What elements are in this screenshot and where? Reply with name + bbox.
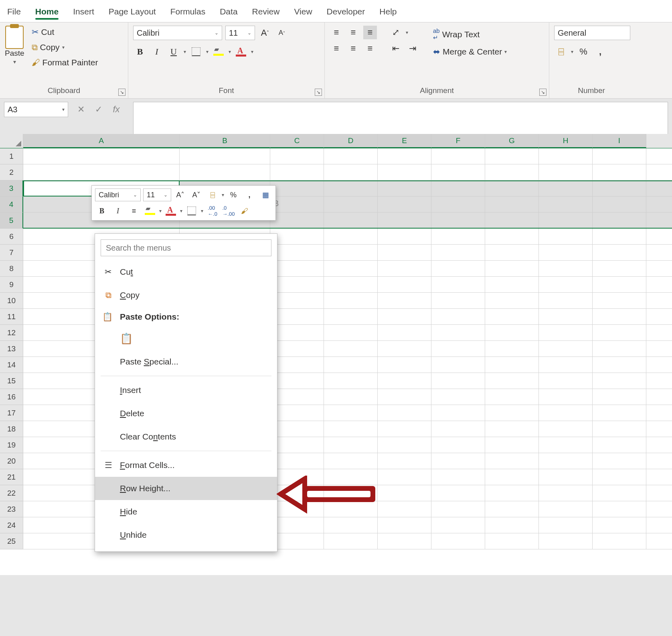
ctx-clear-contents[interactable]: Clear Contents bbox=[95, 425, 277, 448]
row-header-10[interactable]: 10 bbox=[0, 293, 23, 309]
italic-button[interactable]: I bbox=[150, 45, 164, 59]
cell-H14[interactable] bbox=[539, 357, 593, 373]
percent-format-button[interactable]: % bbox=[577, 45, 590, 59]
cell-C7[interactable] bbox=[270, 245, 324, 260]
cell-G24[interactable] bbox=[485, 517, 539, 533]
mini-align[interactable]: ≡ bbox=[127, 204, 141, 218]
ctx-cut[interactable]: ✂ Cut bbox=[95, 260, 277, 284]
chevron-down-icon[interactable]: ▾ bbox=[229, 49, 231, 55]
underline-button[interactable]: U bbox=[167, 45, 180, 59]
accounting-format-button[interactable]: ⌸ bbox=[554, 45, 568, 59]
cell-E24[interactable] bbox=[378, 517, 431, 533]
cell-D3[interactable] bbox=[324, 180, 378, 196]
cell-F24[interactable] bbox=[431, 517, 485, 533]
cell-F3[interactable] bbox=[431, 180, 485, 196]
cell-D21[interactable] bbox=[324, 469, 378, 485]
cell-F20[interactable] bbox=[431, 453, 485, 469]
align-bottom-button[interactable]: ≡ bbox=[363, 26, 377, 39]
mini-fill-color[interactable] bbox=[143, 204, 157, 218]
cell-E16[interactable] bbox=[378, 389, 431, 405]
col-header-H[interactable]: H bbox=[539, 134, 593, 148]
cell-D22[interactable] bbox=[324, 485, 378, 501]
cell-I3[interactable] bbox=[593, 180, 646, 196]
cell-E23[interactable] bbox=[378, 501, 431, 517]
cell-H12[interactable] bbox=[539, 325, 593, 340]
cell-E17[interactable] bbox=[378, 405, 431, 421]
ctx-paste-special[interactable]: Paste Special... bbox=[95, 350, 277, 373]
mini-decrease-decimal[interactable]: .00←.0 bbox=[206, 204, 219, 218]
cell-H22[interactable] bbox=[539, 485, 593, 501]
cell-G11[interactable] bbox=[485, 309, 539, 324]
cell-I15[interactable] bbox=[593, 373, 646, 389]
col-header-C[interactable]: C bbox=[270, 134, 324, 148]
cell-I25[interactable] bbox=[593, 533, 646, 549]
menu-search[interactable]: Search the menus bbox=[101, 239, 271, 256]
cell-F4[interactable] bbox=[431, 196, 485, 212]
cell-C3[interactable] bbox=[270, 180, 324, 196]
cell-G1[interactable] bbox=[485, 148, 539, 164]
font-color-button[interactable] bbox=[234, 45, 248, 59]
row-header-12[interactable]: 12 bbox=[0, 325, 23, 341]
cell-G13[interactable] bbox=[485, 341, 539, 356]
cell-C18[interactable] bbox=[270, 421, 324, 437]
cell-D16[interactable] bbox=[324, 389, 378, 405]
cell-H4[interactable] bbox=[539, 196, 593, 212]
ctx-insert[interactable]: Insert bbox=[95, 379, 277, 402]
cell-G14[interactable] bbox=[485, 357, 539, 373]
cell-C19[interactable] bbox=[270, 437, 324, 453]
cell-C20[interactable] bbox=[270, 453, 324, 469]
increase-indent-button[interactable]: ⇥ bbox=[406, 42, 419, 55]
row-header-8[interactable]: 8 bbox=[0, 261, 23, 277]
cell-G23[interactable] bbox=[485, 501, 539, 517]
cell-F14[interactable] bbox=[431, 357, 485, 373]
cell-E14[interactable] bbox=[378, 357, 431, 373]
cell-H18[interactable] bbox=[539, 421, 593, 437]
tab-review[interactable]: Review bbox=[252, 3, 280, 22]
cell-H3[interactable] bbox=[539, 180, 593, 196]
cell-D10[interactable] bbox=[324, 293, 378, 308]
row-header-22[interactable]: 22 bbox=[0, 485, 23, 501]
cell-G4[interactable] bbox=[485, 196, 539, 212]
cell-F6[interactable] bbox=[431, 229, 485, 244]
cell-H11[interactable] bbox=[539, 309, 593, 324]
mini-comma-format[interactable]: , bbox=[243, 188, 256, 202]
cell-E9[interactable] bbox=[378, 277, 431, 292]
cell-G10[interactable] bbox=[485, 293, 539, 308]
cell-D6[interactable] bbox=[324, 229, 378, 244]
cell-F23[interactable] bbox=[431, 501, 485, 517]
cell-D9[interactable] bbox=[324, 277, 378, 292]
cell-H20[interactable] bbox=[539, 453, 593, 469]
cell-C1[interactable] bbox=[270, 148, 324, 164]
align-top-button[interactable]: ≡ bbox=[330, 26, 343, 39]
cell-I12[interactable] bbox=[593, 325, 646, 340]
cell-B2[interactable] bbox=[180, 164, 270, 180]
cell-D7[interactable] bbox=[324, 245, 378, 260]
cell-H10[interactable] bbox=[539, 293, 593, 308]
cell-D25[interactable] bbox=[324, 533, 378, 549]
cell-F15[interactable] bbox=[431, 373, 485, 389]
cell-D24[interactable] bbox=[324, 517, 378, 533]
copy-button[interactable]: ⧉ Copy ▾ bbox=[29, 41, 101, 54]
cell-D4[interactable] bbox=[324, 196, 378, 212]
mini-font-size[interactable]: 11⌄ bbox=[143, 188, 171, 201]
cell-I11[interactable] bbox=[593, 309, 646, 324]
cell-E13[interactable] bbox=[378, 341, 431, 356]
cell-F21[interactable] bbox=[431, 469, 485, 485]
mini-accounting-format[interactable]: ⌸ bbox=[206, 188, 219, 202]
mini-italic[interactable]: I bbox=[111, 204, 125, 218]
cell-D14[interactable] bbox=[324, 357, 378, 373]
cell-H7[interactable] bbox=[539, 245, 593, 260]
cell-C8[interactable] bbox=[270, 261, 324, 276]
col-header-D[interactable]: D bbox=[324, 134, 378, 148]
col-header-G[interactable]: G bbox=[485, 134, 539, 148]
cell-F11[interactable] bbox=[431, 309, 485, 324]
format-painter-button[interactable]: 🖌 Format Painter bbox=[29, 56, 101, 69]
row-header-3[interactable]: 3 bbox=[0, 180, 23, 196]
cell-I24[interactable] bbox=[593, 517, 646, 533]
cell-D12[interactable] bbox=[324, 325, 378, 340]
row-header-6[interactable]: 6 bbox=[0, 229, 23, 245]
col-header-I[interactable]: I bbox=[593, 134, 646, 148]
cell-D18[interactable] bbox=[324, 421, 378, 437]
cell-G3[interactable] bbox=[485, 180, 539, 196]
cell-I1[interactable] bbox=[593, 148, 646, 164]
